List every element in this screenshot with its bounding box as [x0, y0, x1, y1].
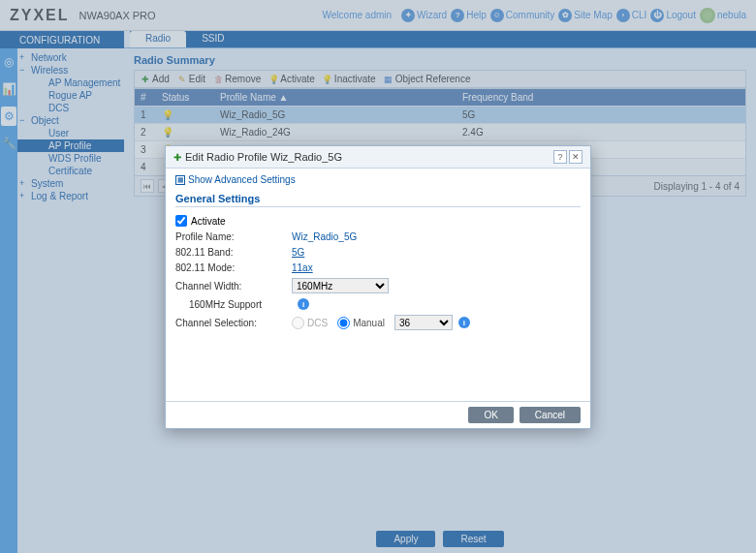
channel-width-select[interactable]: 160MHz: [292, 278, 389, 293]
band-value[interactable]: 5G: [292, 247, 304, 258]
channel-selection-label: Channel Selection:: [175, 318, 292, 328]
dialog-footer: OK Cancel: [166, 401, 590, 428]
dialog-title: Edit Radio Profile Wiz_Radio_5G: [185, 151, 342, 163]
dialog-body: ▦ Show Advanced Settings General Setting…: [166, 169, 590, 401]
dialog-header: ✚ Edit Radio Profile Wiz_Radio_5G ? ✕: [166, 146, 590, 169]
show-advanced-link[interactable]: ▦ Show Advanced Settings: [175, 174, 581, 185]
general-settings-header: General Settings: [175, 193, 581, 207]
ok-button[interactable]: OK: [468, 407, 513, 423]
help-dialog-button[interactable]: ?: [553, 150, 567, 164]
dialog-icon: ✚: [173, 152, 181, 163]
info-icon[interactable]: i: [458, 317, 470, 328]
channel-width-label: Channel Width:: [175, 281, 292, 292]
info-icon[interactable]: i: [298, 298, 309, 310]
activate-checkbox[interactable]: [175, 215, 187, 227]
mode-label: 802.11 Mode:: [175, 262, 292, 273]
edit-radio-profile-dialog: ✚ Edit Radio Profile Wiz_Radio_5G ? ✕ ▦ …: [165, 145, 591, 429]
cancel-button[interactable]: Cancel: [520, 407, 581, 423]
expand-all-icon: ▦: [175, 175, 185, 185]
band-label: 802.11 Band:: [175, 247, 292, 258]
dcs-radio[interactable]: DCS: [292, 317, 328, 329]
close-dialog-button[interactable]: ✕: [569, 150, 583, 164]
activate-label: Activate: [191, 216, 226, 227]
profile-name-label: Profile Name:: [175, 231, 292, 242]
mhz-support-label: 160MHz Support: [175, 299, 292, 310]
channel-select[interactable]: 36: [394, 315, 453, 330]
mode-value[interactable]: 11ax: [292, 262, 313, 273]
profile-name-value: Wiz_Radio_5G: [292, 231, 357, 242]
manual-radio[interactable]: Manual: [337, 317, 385, 329]
